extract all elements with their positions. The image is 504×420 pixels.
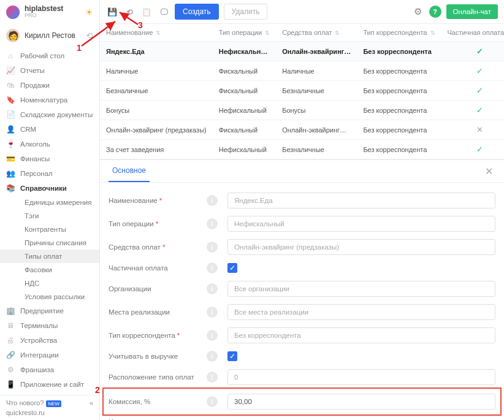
tab-main[interactable]: Основное — [109, 160, 150, 182]
form-input[interactable]: 30,00 — [227, 394, 495, 410]
chat-button[interactable]: Онлайн-чат — [446, 4, 498, 19]
table-row[interactable]: Яндекс.ЕдаНефискальн…Онлайн-эквайринг…Бе… — [100, 42, 504, 61]
form-input[interactable]: Все организации — [227, 281, 495, 297]
close-icon[interactable]: ✕ — [483, 163, 495, 180]
form-input[interactable]: 0 — [227, 369, 495, 385]
cell: Бонусы — [276, 101, 357, 120]
info-icon[interactable]: i — [207, 351, 218, 362]
nav-item[interactable]: НДС — [0, 277, 99, 290]
delete-button[interactable]: Удалить — [224, 4, 268, 20]
nav-icon: 🖥 — [6, 321, 15, 330]
cell: Без корреспондента — [357, 120, 441, 140]
nav-label: Алкоголь — [20, 140, 50, 148]
theme-icon[interactable]: ☀ — [85, 7, 93, 17]
column-header[interactable]: Наименование ⇅ — [100, 24, 213, 42]
nav-item[interactable]: 📈Отчеты — [0, 63, 99, 78]
nav-item[interactable]: 🔗Интеграции — [0, 348, 99, 362]
nav-item[interactable]: Единицы измерения — [0, 196, 99, 209]
nav-item[interactable]: 🖥Терминалы — [0, 318, 99, 333]
collapse-sidebar-icon[interactable]: « — [90, 399, 93, 407]
nav-item[interactable]: 👥Персонал — [0, 166, 99, 181]
column-header[interactable]: Частичная оплата ⇅ — [441, 24, 504, 42]
detail-panel: Основное ✕ Наименование*iЯндекс.ЕдаТип о… — [100, 159, 504, 420]
partial-cell: ✓ — [441, 140, 504, 159]
column-header[interactable]: Средства оплат ⇅ — [276, 24, 357, 42]
table-row[interactable]: НаличныеФискальныйНаличныеБез корреспонд… — [100, 61, 504, 81]
nav-label: Единицы измерения — [25, 199, 91, 206]
form-input[interactable]: Онлайн-эквайринг (предзаказы) — [227, 239, 495, 255]
info-icon[interactable]: i — [207, 372, 218, 383]
nav-label: Условия рассылки — [25, 293, 85, 300]
settings-icon[interactable]: ⚙ — [412, 6, 424, 18]
info-icon[interactable]: i — [207, 396, 218, 407]
nav-item[interactable]: 🛍Продажи — [0, 78, 99, 93]
detail-tabs: Основное ✕ — [100, 160, 504, 183]
toolbar: 💾 ⟲ 📋 🖵 Создать Удалить ⚙ ? Онлайн-чат — [100, 0, 504, 24]
form-label: Места реализации — [109, 308, 200, 316]
info-icon[interactable]: i — [207, 195, 218, 206]
column-header[interactable]: Тип корреспондента ⇅ — [357, 24, 441, 42]
nav-item[interactable]: Причины списания — [0, 236, 99, 250]
cell: Безналичные — [276, 81, 357, 101]
form-input[interactable]: Нефискальный — [227, 216, 495, 232]
nav-item[interactable]: 🏢Предприятие — [0, 304, 99, 318]
cell: Нефискальный — [213, 101, 276, 120]
table-wrap: Наименование ⇅Тип операции ⇅Средства опл… — [100, 24, 504, 159]
table-row[interactable]: БезналичныеФискальныйБезналичныеБез корр… — [100, 81, 504, 101]
checkbox[interactable]: ✓ — [227, 263, 237, 273]
nav-label: Финансы — [20, 155, 50, 162]
cell: Без корреспондента — [357, 140, 441, 159]
nav-item[interactable]: 🖨Устройства — [0, 333, 99, 348]
form-label: Средства оплат* — [109, 243, 200, 251]
nav-item[interactable]: Фасовки — [0, 263, 99, 277]
nav-label: Приложение и сайт — [20, 381, 84, 388]
create-button[interactable]: Создать — [175, 4, 219, 20]
nav-item[interactable]: 🔖Номенклатура — [0, 93, 99, 107]
nav-item[interactable]: 👤CRM — [0, 122, 99, 137]
avatar: 🧑 — [6, 29, 20, 42]
cell: Нефискальн… — [213, 42, 276, 61]
site-link[interactable]: quickresto.ru — [6, 409, 93, 416]
nav-item[interactable]: Условия рассылки — [0, 290, 99, 304]
nav-label: Номенклатура — [20, 96, 67, 104]
table-row[interactable]: За счет заведенияНефискальныйБезналичные… — [100, 140, 504, 159]
table-row[interactable]: Онлайн-эквайринг (предзаказы)ФискальныйО… — [100, 120, 504, 140]
info-icon[interactable]: i — [207, 242, 218, 253]
form-row: Комиссия, %i30,00 — [105, 390, 499, 413]
info-icon[interactable]: i — [207, 262, 218, 273]
nav-item[interactable]: Типы оплат — [0, 250, 99, 263]
nav-item[interactable]: 📱Приложение и сайт — [0, 377, 99, 392]
cell: Без корреспондента — [357, 42, 441, 61]
nav-item[interactable]: 📄Складские документы — [0, 107, 99, 122]
nav-icon: 👥 — [6, 169, 15, 178]
column-header[interactable]: Тип операции ⇅ — [213, 24, 276, 42]
save-icon[interactable]: 💾 — [106, 6, 118, 18]
nav-item[interactable]: 💳Финансы — [0, 151, 99, 166]
checkbox[interactable]: ✓ — [227, 351, 237, 361]
info-icon[interactable]: i — [207, 307, 218, 318]
info-icon[interactable]: i — [207, 330, 218, 341]
user-row[interactable]: 🧑 Кирилл Рестов ⟲ — [0, 24, 99, 47]
form-input[interactable]: Все места реализации — [227, 304, 495, 320]
copy-icon[interactable]: 📋 — [140, 6, 153, 18]
refresh-icon[interactable]: ⟲ — [86, 31, 93, 40]
info-icon[interactable]: i — [207, 218, 218, 229]
nav-item[interactable]: Контрагенты — [0, 223, 99, 236]
cell: Онлайн-эквайринг (предзаказы) — [100, 120, 213, 140]
info-icon[interactable]: i — [207, 283, 218, 294]
nav-label: Рабочий стол — [20, 52, 64, 59]
screen-icon[interactable]: 🖵 — [158, 6, 170, 18]
nav-label: Предприятие — [20, 307, 64, 315]
refresh-toolbar-icon[interactable]: ⟲ — [123, 6, 136, 18]
form-input[interactable]: Без корреспондента — [227, 327, 495, 343]
form-input[interactable]: Яндекс.Еда — [227, 193, 495, 208]
help-icon[interactable]: ? — [429, 6, 441, 18]
nav-item[interactable]: 🍷Алкоголь — [0, 137, 99, 151]
nav-item[interactable]: Тэги — [0, 209, 99, 223]
table-row[interactable]: БонусыНефискальныйБонусыБез корреспонден… — [100, 101, 504, 120]
whats-new-link[interactable]: Что нового?NEW — [6, 399, 61, 407]
nav-item[interactable]: 📚Справочники — [0, 181, 99, 196]
form-row: Наименование*iЯндекс.Еда — [109, 189, 495, 212]
nav-item[interactable]: ⌂Рабочий стол — [0, 48, 99, 63]
nav-item[interactable]: ⚙Франшиза — [0, 362, 99, 377]
